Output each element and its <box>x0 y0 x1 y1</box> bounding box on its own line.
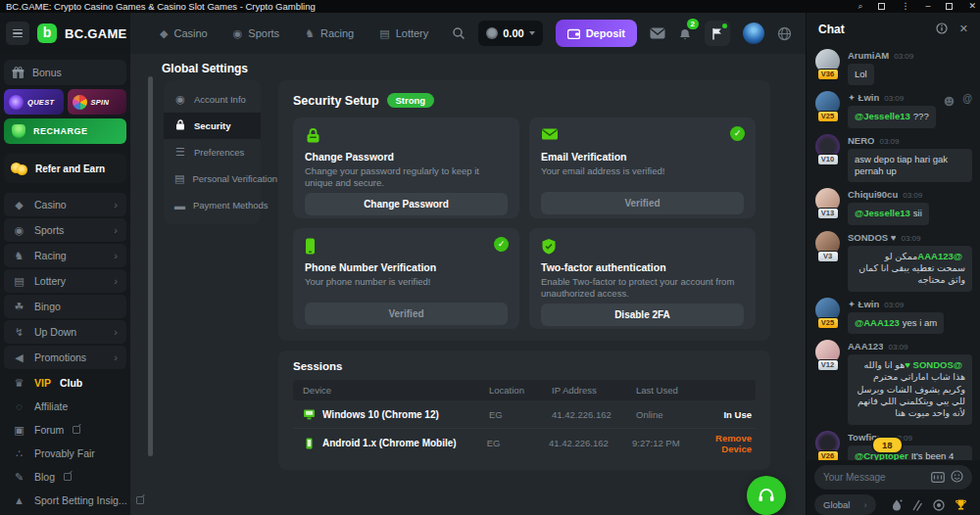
balance-amount: 0.00 <box>503 27 523 39</box>
trophy-icon[interactable] <box>955 498 967 511</box>
sidebar-item-lottery[interactable]: ▤Lottery› <box>4 269 126 293</box>
chat-username[interactable]: ✦ Łwin <box>848 92 879 103</box>
react-emoji-icon[interactable] <box>944 93 955 111</box>
notifications-bell-icon[interactable]: 2 <box>678 26 692 41</box>
security-strength-badge: Strong <box>387 93 435 108</box>
nav-label: Casino <box>173 27 207 39</box>
chat-username[interactable]: SONDOS ♥ <box>848 232 896 243</box>
window-title: BC.GAME: Crypto Casino Games & Casino Sl… <box>6 1 316 12</box>
spin-wheel-icon <box>73 95 87 110</box>
sidebar-item-affiliate[interactable]: ◌Affiliate <box>4 395 126 418</box>
spin-button[interactable]: SPIN <box>68 89 127 115</box>
language-globe-icon[interactable] <box>777 26 792 41</box>
headset-icon <box>757 487 776 504</box>
chat-username[interactable]: ✦ Łwin <box>848 299 879 309</box>
brand-name[interactable]: BC.GAME <box>65 26 127 41</box>
sidebar-item-casino[interactable]: ◆Casino› <box>4 193 126 216</box>
rules-pencil-icon[interactable] <box>911 499 923 511</box>
hamburger-menu-button[interactable] <box>6 22 29 45</box>
desktop-icon <box>303 409 316 420</box>
chat-mention[interactable]: @Jesselle13 <box>855 111 910 121</box>
sidebar-item-sports[interactable]: ◉Sports› <box>4 218 126 242</box>
rain-icon[interactable] <box>891 498 903 511</box>
nav-lottery[interactable]: ▤Lottery <box>379 27 428 40</box>
mention-reply-icon[interactable]: @ <box>962 93 972 111</box>
lock-icon <box>174 119 186 132</box>
sidebar-item-bonus[interactable]: Bonus <box>4 60 126 85</box>
menu-label: Promotions <box>34 351 105 363</box>
verified-check-icon: ✓ <box>730 126 745 141</box>
settings-tab-personal-verification[interactable]: ▤Personal Verification <box>164 165 261 192</box>
change-password-button[interactable]: Change Password <box>305 193 508 215</box>
chat-message-input[interactable] <box>823 472 925 483</box>
emoji-icon[interactable] <box>951 469 963 487</box>
settings-tab-security[interactable]: Security <box>164 113 261 139</box>
chat-input-wrapper <box>814 465 972 490</box>
chat-mention[interactable]: @AAA123 <box>855 317 900 328</box>
find-icon[interactable]: ⌕ <box>858 0 862 13</box>
card-description: Your phone number is verified! <box>305 276 508 299</box>
sidebar-item-vip-club[interactable]: ♛VIPClub <box>4 371 126 395</box>
sidebar-item-provably-fair[interactable]: ∴Provably Fair <box>4 442 126 465</box>
disable-2fa-button[interactable]: Disable 2FA <box>541 304 744 326</box>
remove-device-button[interactable]: Remove Device <box>715 433 756 454</box>
chat-bubble: @SONDOS ♥هو انا والله هذا شاب اماراتي مح… <box>848 354 972 425</box>
chat-message: V10 NERO03:09 asw depo tiap hari gak per… <box>814 134 972 183</box>
sidebar-item-racing[interactable]: ♞Racing› <box>4 244 126 267</box>
card-description: Enable Two-factor to protect your accoun… <box>541 276 744 300</box>
sidebar-item-bingo[interactable]: ☘Bingo <box>4 295 126 318</box>
settings-tab-account-info[interactable]: ◉Account Info <box>164 86 261 113</box>
tab-icon[interactable] <box>878 3 885 10</box>
settings-tab-payment-methods[interactable]: ▬Payment Methods <box>164 192 261 218</box>
settings-tab-label: Personal Verification <box>192 173 277 184</box>
navbar-right: 0.00 Deposit 2 <box>452 20 806 47</box>
sidebar-item-forum[interactable]: ▣Forum <box>4 418 126 442</box>
settings-tab-preferences[interactable]: ☰Preferences <box>164 139 261 165</box>
messages-icon[interactable] <box>650 27 665 39</box>
chat-timestamp: 03:09 <box>888 343 907 351</box>
chat-username[interactable]: ArumiAM <box>848 50 889 61</box>
column-device: Device <box>293 385 489 396</box>
balance-selector[interactable]: 0.00 <box>478 21 542 46</box>
user-avatar[interactable] <box>743 23 764 44</box>
search-icon[interactable] <box>452 26 466 40</box>
close-button[interactable]: ✕ <box>968 0 976 13</box>
chat-mention[interactable]: @AAA123 <box>917 251 962 261</box>
chat-username[interactable]: Chiqui90cu <box>848 189 898 200</box>
coin-flip-icon[interactable] <box>933 499 945 511</box>
nav-casino[interactable]: ◆Casino <box>160 27 208 40</box>
quest-flag-button[interactable] <box>705 21 730 46</box>
nav-racing[interactable]: ♞Racing <box>305 27 354 40</box>
chat-close-icon[interactable]: ✕ <box>959 23 968 35</box>
quest-button[interactable]: QUEST <box>4 89 64 115</box>
chat-message-list[interactable]: V36 ArumiAM03:09 Lol V25 ✦ Łwin03:09 @Je… <box>807 45 980 460</box>
sidebar-item-blog[interactable]: ✎Blog <box>4 465 126 489</box>
menu-label: Sports <box>34 224 105 236</box>
email-verified-button[interactable]: Verified <box>541 192 744 214</box>
chat-username[interactable]: AAA123 <box>848 341 883 351</box>
deposit-button[interactable]: Deposit <box>556 20 637 47</box>
maximize-button[interactable] <box>946 3 953 10</box>
page-scrollbar[interactable] <box>148 76 153 456</box>
chat-channel-selector[interactable]: Global › <box>814 494 876 515</box>
browser-menu-icon[interactable]: ⋮ <box>901 0 909 13</box>
recharge-button[interactable]: RECHARGE <box>4 118 126 144</box>
support-button[interactable] <box>747 476 786 515</box>
sidebar-item-sport-betting-insights[interactable]: ▲Sport Betting Insig... <box>4 489 126 512</box>
chat-mention[interactable]: @Jesselle13 <box>855 208 910 218</box>
nav-sports[interactable]: ◉Sports <box>233 27 279 40</box>
chat-mention[interactable]: @SONDOS ♥ <box>905 359 962 370</box>
chat-text: sii <box>913 208 922 218</box>
sidebar-item-up-down[interactable]: ↯Up Down› <box>4 320 126 344</box>
chat-info-icon[interactable] <box>936 23 948 36</box>
session-last-used: Online <box>636 409 720 420</box>
phone-verified-button[interactable]: Verified <box>305 303 508 325</box>
chat-username[interactable]: NERO <box>848 135 874 146</box>
flag-icon <box>711 27 723 40</box>
unread-messages-badge[interactable]: 18 <box>871 436 904 454</box>
bcgame-logo-icon[interactable]: b <box>37 23 57 43</box>
minimize-button[interactable]: – <box>925 0 930 13</box>
sidebar-item-refer-and-earn[interactable]: Refer and Earn <box>4 154 126 183</box>
gif-icon[interactable] <box>931 469 945 487</box>
sidebar-item-promotions[interactable]: ◀Promotions› <box>4 346 126 369</box>
